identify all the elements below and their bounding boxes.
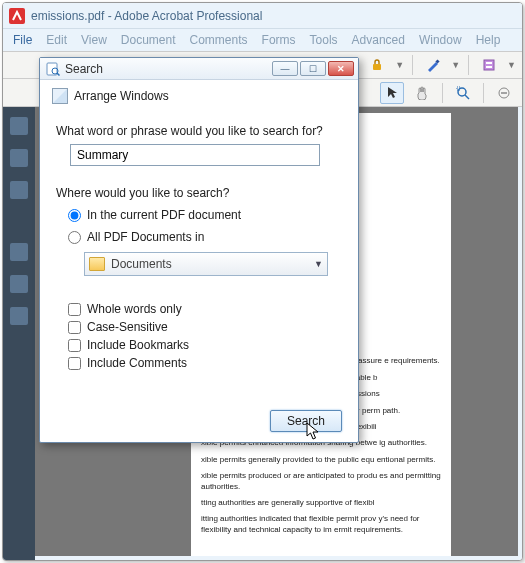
arrange-windows-icon — [52, 88, 68, 104]
titlebar: emissions.pdf - Adobe Acrobat Profession… — [3, 3, 522, 29]
svg-line-7 — [465, 95, 469, 99]
radio-all-documents-label: All PDF Documents in — [87, 230, 204, 244]
folder-icon — [89, 257, 105, 271]
svg-rect-3 — [484, 60, 494, 70]
search-prompt: What word or phrase would you like to se… — [56, 124, 342, 138]
body-paragraph: tting authorities are generally supporti… — [201, 498, 441, 508]
search-button[interactable]: Search — [270, 410, 342, 432]
check-include-comments-label: Include Comments — [87, 356, 187, 370]
howto-panel-icon[interactable] — [10, 243, 28, 261]
menu-window[interactable]: Window — [419, 33, 462, 47]
search-input[interactable] — [70, 144, 320, 166]
where-prompt: Where would you like to search? — [56, 186, 342, 200]
search-icon — [46, 62, 60, 76]
check-case-sensitive-label: Case-Sensitive — [87, 320, 168, 334]
secure-button[interactable] — [365, 54, 389, 76]
forms-button[interactable] — [477, 54, 501, 76]
menu-document[interactable]: Document — [121, 33, 176, 47]
maximize-button[interactable]: ☐ — [300, 61, 326, 76]
hand-tool[interactable] — [410, 82, 434, 104]
zoom-out-button[interactable] — [492, 82, 516, 104]
svg-rect-1 — [373, 64, 381, 70]
search-dialog-titlebar[interactable]: Search — ☐ ✕ — [40, 58, 358, 80]
radio-current-document-input[interactable] — [68, 209, 81, 222]
menu-forms[interactable]: Forms — [262, 33, 296, 47]
check-include-bookmarks[interactable]: Include Bookmarks — [68, 338, 342, 352]
check-whole-words[interactable]: Whole words only — [68, 302, 342, 316]
bookmarks-panel-icon[interactable] — [10, 149, 28, 167]
menu-file[interactable]: File — [13, 33, 32, 47]
navigation-pane — [3, 107, 35, 560]
radio-current-document-label: In the current PDF document — [87, 208, 241, 222]
app-icon — [9, 8, 25, 24]
svg-rect-11 — [47, 63, 57, 75]
check-whole-words-input[interactable] — [68, 303, 81, 316]
menubar: File Edit View Document Comments Forms T… — [3, 29, 522, 51]
radio-all-documents[interactable]: All PDF Documents in — [68, 230, 342, 244]
svg-rect-4 — [486, 62, 492, 64]
comments-panel-icon[interactable] — [10, 307, 28, 325]
search-dialog-title: Search — [65, 62, 272, 76]
body-paragraph: xible permits produced or are anticipate… — [201, 471, 441, 492]
search-dialog: Search — ☐ ✕ Arrange Windows What word o… — [39, 57, 359, 443]
combo-value: Documents — [111, 257, 308, 271]
menu-view[interactable]: View — [81, 33, 107, 47]
svg-rect-5 — [486, 66, 492, 68]
minimize-button[interactable]: — — [272, 61, 298, 76]
sign-button[interactable] — [421, 54, 445, 76]
chevron-down-icon: ▼ — [314, 259, 323, 269]
pages-panel-icon[interactable] — [10, 117, 28, 135]
search-location-combo[interactable]: Documents ▼ — [84, 252, 328, 276]
close-button[interactable]: ✕ — [328, 61, 354, 76]
check-case-sensitive[interactable]: Case-Sensitive — [68, 320, 342, 334]
check-include-comments-input[interactable] — [68, 357, 81, 370]
check-whole-words-label: Whole words only — [87, 302, 182, 316]
radio-current-document[interactable]: In the current PDF document — [68, 208, 342, 222]
check-include-comments[interactable]: Include Comments — [68, 356, 342, 370]
check-include-bookmarks-label: Include Bookmarks — [87, 338, 189, 352]
attachments-panel-icon[interactable] — [10, 275, 28, 293]
marquee-zoom-tool[interactable] — [451, 82, 475, 104]
check-case-sensitive-input[interactable] — [68, 321, 81, 334]
menu-advanced[interactable]: Advanced — [352, 33, 405, 47]
select-tool[interactable] — [380, 82, 404, 104]
menu-edit[interactable]: Edit — [46, 33, 67, 47]
svg-line-13 — [57, 73, 60, 76]
menu-comments[interactable]: Comments — [190, 33, 248, 47]
window-title: emissions.pdf - Adobe Acrobat Profession… — [31, 9, 262, 23]
svg-point-6 — [458, 88, 466, 96]
signatures-panel-icon[interactable] — [10, 181, 28, 199]
menu-help[interactable]: Help — [476, 33, 501, 47]
acrobat-main-window: emissions.pdf - Adobe Acrobat Profession… — [3, 3, 522, 560]
arrange-windows-link[interactable]: Arrange Windows — [74, 89, 169, 103]
body-paragraph: itting authorities indicated that flexib… — [201, 514, 441, 535]
check-include-bookmarks-input[interactable] — [68, 339, 81, 352]
body-paragraph: xible permits generally provided to the … — [201, 455, 441, 465]
radio-all-documents-input[interactable] — [68, 231, 81, 244]
menu-tools[interactable]: Tools — [310, 33, 338, 47]
